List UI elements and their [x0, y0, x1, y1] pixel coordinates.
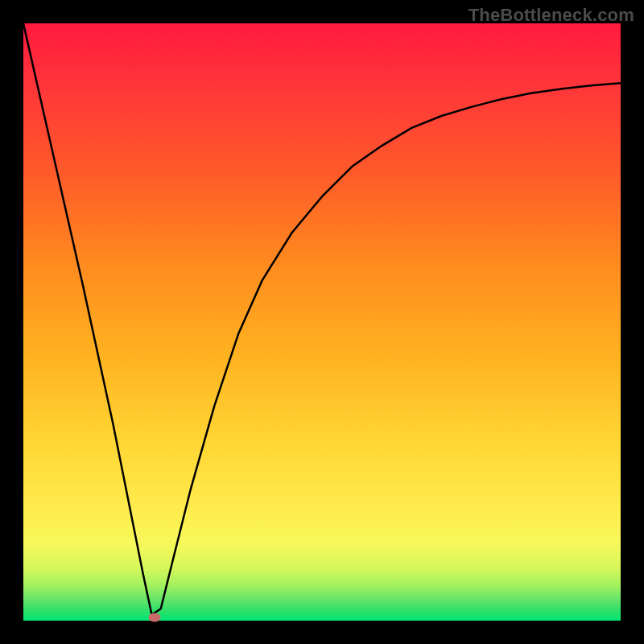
watermark-label: TheBottleneck.com — [469, 5, 634, 26]
plot-area — [23, 23, 621, 621]
chart-frame: TheBottleneck.com — [0, 0, 644, 644]
bottleneck-curve — [23, 23, 621, 621]
optimum-marker — [149, 613, 161, 622]
